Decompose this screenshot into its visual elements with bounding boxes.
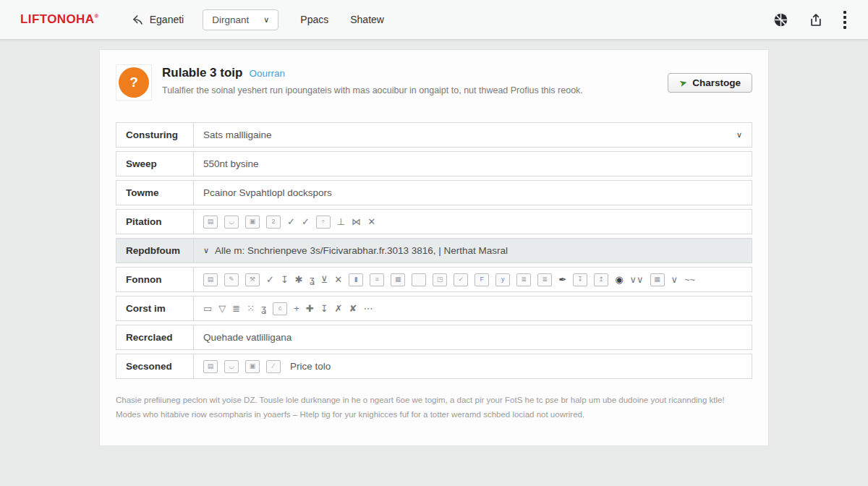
repdbfoum-summary-text: Alle m: Snchrienpeve 3s/Ficivarabhar.fr.… — [215, 245, 508, 256]
split-up-icon[interactable]: ↥ — [594, 273, 608, 286]
signature-icon[interactable]: y — [495, 273, 510, 286]
fonnon-toolbar-icons: ▤✎⚒✓↧✱ʓ⊻✕▮≡▦ ◳✓Fy≣≣✒↧↥◉∨∨▦∨~~ — [203, 273, 695, 286]
card-footer: Chasie prefiiuneg peclon wit yoise DZ. T… — [116, 393, 752, 422]
share-icon[interactable] — [809, 12, 823, 27]
tag-icon[interactable]: ▤ — [203, 360, 218, 373]
double-v-icon[interactable]: ∨∨ — [629, 275, 643, 284]
down-to-line-icon[interactable]: ↧ — [320, 304, 328, 313]
funnel-icon[interactable]: ▽ — [218, 304, 226, 313]
plus-icon[interactable]: + — [294, 304, 299, 313]
image-icon[interactable]: ▣ — [245, 216, 260, 229]
check-icon-2[interactable]: ✓ — [302, 217, 310, 226]
title-link[interactable]: Oourran — [249, 68, 285, 79]
images-icon[interactable]: ▦ — [391, 273, 405, 286]
globe-icon[interactable] — [773, 12, 788, 27]
calendar-icon[interactable]: ◡ — [224, 360, 239, 373]
pitation-toolbar: ▤◡▣2✓✓÷⊥⋈✕ — [194, 210, 752, 234]
recrclaed-field[interactable]: Quehade vatlilligana — [194, 325, 752, 349]
chevron-down-icon[interactable]: ∨ — [671, 275, 678, 284]
avatar-frame: ? — [116, 64, 152, 101]
divide-box-icon[interactable]: ÷ — [316, 216, 331, 229]
close-icon[interactable]: ✕ — [367, 217, 375, 226]
field-label-towme: Towme — [116, 181, 194, 205]
consturing-select[interactable]: Sats mallligaine ∨ — [194, 123, 752, 147]
field-label-repdbfoum: Repdbfoum — [116, 239, 194, 263]
back-label: Eganeti — [150, 14, 184, 25]
blue-bar-icon[interactable]: ▮ — [349, 273, 363, 286]
form-row-repdbfoum: Repdbfoum ∨ Alle m: Snchrienpeve 3s/Fici… — [116, 238, 752, 263]
consturing-selected-value: Sats mallligaine — [203, 129, 272, 140]
charstoge-button[interactable]: ➤ Charstoge — [668, 73, 752, 93]
image-icon[interactable]: ▣ — [245, 360, 260, 373]
sweep-field[interactable]: 550nt bysine — [194, 152, 752, 176]
blank-box-icon[interactable] — [412, 273, 426, 286]
squiggle-icon[interactable]: ʓ — [310, 275, 315, 284]
towme-field[interactable]: Pcainor Svpahtlopl dockspors — [194, 181, 752, 205]
charstoge-button-label: Charstoge — [692, 77, 741, 88]
repdbfoum-expander[interactable]: ∨ Alle m: Snchrienpeve 3s/Ficivarabhar.f… — [194, 239, 752, 263]
split-down-icon[interactable]: ↧ — [573, 273, 587, 286]
pen-icon[interactable]: ✎ — [224, 273, 239, 286]
corner-icon[interactable]: ◳ — [433, 273, 447, 286]
globe-dark-icon[interactable]: ◉ — [615, 275, 623, 284]
footer-line-1: Chasie prefiiuneg peclon wit yoise DZ. T… — [116, 393, 752, 408]
kebab-menu-icon[interactable] — [843, 11, 846, 29]
brand-logo[interactable]: LIFTONOHA® — [20, 12, 99, 27]
back-button[interactable]: Eganeti — [131, 13, 184, 27]
number-badge-icon[interactable]: 2 — [266, 216, 281, 229]
more-dashes-icon[interactable]: ~~ — [684, 275, 695, 284]
close-icon[interactable]: ✕ — [334, 275, 342, 284]
corstim-toolbar-icons: ▭▽≣⁙ʓc+✚↧✗✘⋯ — [203, 302, 373, 315]
settings-form: Consturing Sats mallligaine ∨ Sweep 550n… — [116, 122, 752, 379]
doc-lines-icon[interactable]: ≣ — [516, 273, 531, 286]
nav-item-ppacs[interactable]: Ppacs — [300, 14, 328, 25]
secsoned-toolbar: ▤◡▣∕ Price tolo — [194, 354, 752, 378]
merge-down-icon[interactable]: ↧ — [281, 275, 289, 284]
dropdown-selected-value: Dirgnant — [212, 14, 249, 25]
brush-icon[interactable]: ✒ — [558, 275, 566, 284]
ellipsis-icon[interactable]: ⋯ — [363, 304, 373, 313]
check-icon[interactable]: ✓ — [266, 275, 274, 284]
dots-grid-icon[interactable]: ⁙ — [247, 304, 255, 313]
cross-icon[interactable]: ✗ — [335, 304, 343, 313]
check-icon[interactable]: ✓ — [287, 217, 295, 226]
chevron-down-icon: ∨ — [203, 246, 209, 255]
avatar: ? — [119, 67, 149, 98]
secsoned-toolbar-icons: ▤◡▣∕ — [203, 360, 281, 373]
field-label-fonnon: Fonnon — [116, 268, 194, 291]
brand-logo-text: LIFTONOHA — [20, 12, 94, 26]
grid-box-icon[interactable]: ▦ — [650, 273, 665, 286]
card-header: ? Rulable 3 toip Oourran Tulalfier the s… — [100, 50, 768, 101]
bracket-slash-icon[interactable]: ∕ — [266, 360, 281, 373]
form-row-corstim: Corst im ▭▽≣⁙ʓc+✚↧✗✘⋯ — [116, 296, 752, 321]
card-icon[interactable]: ▤ — [203, 273, 218, 286]
flag-icon[interactable]: F — [475, 273, 489, 286]
cross-icon-2[interactable]: ✘ — [349, 304, 357, 313]
plus-bold-icon[interactable]: ✚ — [306, 304, 314, 313]
asterisk-icon[interactable]: ✱ — [295, 275, 303, 284]
field-label-consturing: Consturing — [116, 123, 194, 147]
lines-icon[interactable]: ≣ — [232, 304, 240, 313]
chevron-down-icon: ∨ — [736, 130, 742, 140]
wrench-icon[interactable]: ⚒ — [245, 273, 260, 286]
rect-icon[interactable]: ▭ — [203, 304, 212, 313]
top-navbar: LIFTONOHA® Eganeti Dirgnant ∨ Ppacs Shat… — [0, 0, 868, 40]
text-block-icon[interactable]: ≡ — [370, 273, 384, 286]
arrow-down-icon[interactable]: ⊻ — [321, 275, 328, 284]
mirror-icon[interactable]: ⋈ — [352, 217, 361, 226]
footer-line-2: Modes who hitabive riow esompharis in yo… — [116, 408, 752, 422]
signature-icon[interactable]: ʓ — [261, 304, 266, 313]
fonnon-toolbar: ▤✎⚒✓↧✱ʓ⊻✕▮≡▦ ◳✓Fy≣≣✒↧↥◉∨∨▦∨~~ — [194, 268, 752, 291]
doc-lines-icon-2[interactable]: ≣ — [537, 273, 552, 286]
tag-icon[interactable]: ▤ — [203, 216, 218, 229]
copy-box-icon[interactable]: c — [273, 302, 287, 315]
header-text: Rulable 3 toip Oourran Tulalfier the soi… — [162, 64, 583, 101]
navbar-right-actions — [773, 11, 846, 29]
nav-item-shatew[interactable]: Shatew — [350, 14, 384, 25]
pen-check-icon[interactable]: ✓ — [454, 273, 468, 286]
navbar-dropdown[interactable]: Dirgnant ∨ — [203, 9, 278, 30]
calendar-icon[interactable]: ◡ — [224, 216, 239, 229]
send-arrow-icon: ➤ — [678, 77, 689, 89]
field-label-secsoned: Secsoned — [116, 354, 194, 378]
anchor-bottom-icon[interactable]: ⊥ — [337, 217, 345, 226]
